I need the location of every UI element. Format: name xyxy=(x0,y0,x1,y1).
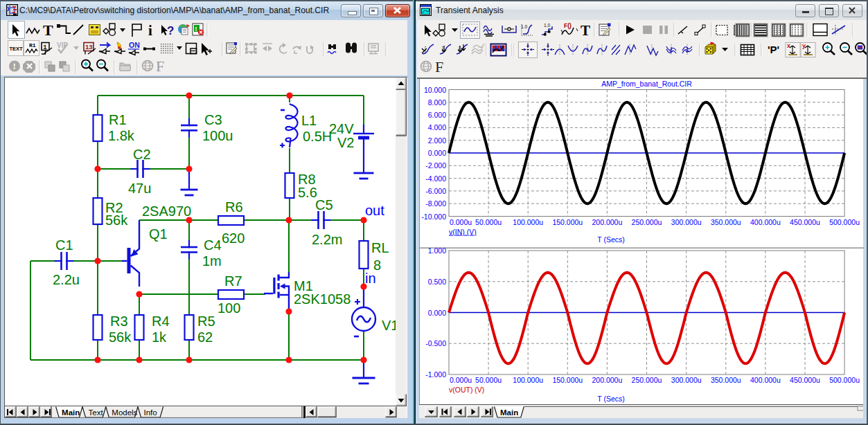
svg-text:200.000u: 200.000u xyxy=(592,218,623,226)
svg-text:2.2m: 2.2m xyxy=(312,232,342,247)
svg-text:56k: 56k xyxy=(109,329,132,345)
svg-text:AMP_from_banat_Rout.CIR: AMP_from_banat_Rout.CIR xyxy=(601,80,692,88)
svg-text:!: ! xyxy=(13,61,16,71)
svg-text:100: 100 xyxy=(218,300,240,316)
svg-text:0.5H: 0.5H xyxy=(303,129,332,144)
svg-text:400.000u: 400.000u xyxy=(750,218,781,226)
svg-text:350.000u: 350.000u xyxy=(711,218,741,226)
svg-text:50.000u: 50.000u xyxy=(475,376,502,384)
svg-text:i: i xyxy=(148,22,152,39)
svg-text:v(IN) (V): v(IN) (V) xyxy=(449,228,477,236)
svg-text:2SA970: 2SA970 xyxy=(142,204,191,219)
svg-text:62: 62 xyxy=(197,329,213,345)
svg-text:v(OUT) (V): v(OUT) (V) xyxy=(449,386,484,394)
svg-text:C3: C3 xyxy=(204,112,222,127)
svg-text:150.000u: 150.000u xyxy=(552,218,583,226)
svg-text:5.6: 5.6 xyxy=(298,185,317,200)
svg-text:500.000u: 500.000u xyxy=(829,218,860,226)
svg-text:24V: 24V xyxy=(329,121,354,136)
svg-text:1: 1 xyxy=(44,44,47,51)
svg-text:out: out xyxy=(365,203,384,218)
svg-text:2.000: 2.000 xyxy=(428,136,446,145)
svg-text:Q1: Q1 xyxy=(149,226,168,242)
svg-text:300.000u: 300.000u xyxy=(671,376,702,384)
svg-text:L1: L1 xyxy=(301,113,317,128)
svg-text:2SK1058: 2SK1058 xyxy=(294,291,351,307)
svg-text:?: ? xyxy=(167,24,174,37)
svg-text:TEXT: TEXT xyxy=(10,46,24,52)
svg-text:RL: RL xyxy=(371,240,389,255)
svg-text:T (Secs): T (Secs) xyxy=(597,395,624,403)
svg-text:1.0: 1.0 xyxy=(544,23,550,28)
svg-text:8.000: 8.000 xyxy=(428,98,446,107)
svg-text:13: 13 xyxy=(85,43,93,51)
svg-text:R1: R1 xyxy=(29,42,36,48)
svg-text:Info: Info xyxy=(144,408,157,417)
svg-text:F: F xyxy=(435,59,443,75)
svg-text:10.000: 10.000 xyxy=(424,86,446,94)
svg-text:C4: C4 xyxy=(204,237,222,253)
svg-text:-6.000: -6.000 xyxy=(425,187,446,195)
svg-text:T: T xyxy=(581,22,590,39)
svg-text:350.000u: 350.000u xyxy=(711,376,741,384)
svg-text:0.000u: 0.000u xyxy=(450,376,472,384)
svg-text:-8.000: -8.000 xyxy=(425,199,446,208)
svg-text:0.500: 0.500 xyxy=(428,278,446,286)
svg-text:100.000u: 100.000u xyxy=(513,376,543,384)
svg-text:400.000u: 400.000u xyxy=(750,376,781,384)
svg-text:R3: R3 xyxy=(110,314,128,329)
svg-text:y: y xyxy=(802,42,806,49)
svg-text:R4: R4 xyxy=(152,314,170,329)
svg-text:2.2u: 2.2u xyxy=(53,272,80,287)
svg-text:Main: Main xyxy=(62,408,80,417)
svg-text:C1: C1 xyxy=(55,237,73,253)
svg-text:6.000: 6.000 xyxy=(428,111,446,119)
svg-text:R7: R7 xyxy=(224,273,242,289)
svg-text:Text: Text xyxy=(89,408,104,417)
svg-text:-0.500: -0.500 xyxy=(425,339,446,347)
svg-text:R1: R1 xyxy=(109,112,127,127)
svg-text:450.000u: 450.000u xyxy=(790,218,820,226)
svg-text:250.000u: 250.000u xyxy=(632,218,662,226)
svg-text:250.000u: 250.000u xyxy=(632,376,662,384)
svg-text:-10.000: -10.000 xyxy=(421,212,446,221)
svg-text:100u: 100u xyxy=(202,128,233,143)
svg-text:C5: C5 xyxy=(315,197,333,212)
svg-text:100.000u: 100.000u xyxy=(513,218,543,226)
svg-text:300.000u: 300.000u xyxy=(671,218,702,226)
svg-text:500.000u: 500.000u xyxy=(829,376,860,384)
svg-text:450.000u: 450.000u xyxy=(790,376,820,384)
svg-text:C2: C2 xyxy=(133,147,151,162)
svg-text:-4.000: -4.000 xyxy=(425,174,446,183)
svg-text:150.000u: 150.000u xyxy=(552,376,583,384)
svg-text:F: F xyxy=(156,57,164,75)
svg-text:Main: Main xyxy=(500,408,518,417)
svg-text:-2.000: -2.000 xyxy=(425,161,446,170)
svg-text:1.000: 1.000 xyxy=(428,246,446,255)
svg-text:1m: 1m xyxy=(202,253,222,269)
svg-text:4.000: 4.000 xyxy=(428,123,446,132)
svg-text:1.8k: 1.8k xyxy=(108,128,135,143)
svg-text:-1.000: -1.000 xyxy=(425,370,446,379)
svg-text:T: T xyxy=(43,21,53,39)
svg-text:in: in xyxy=(365,271,376,286)
svg-text:56k: 56k xyxy=(105,212,128,228)
svg-text:!: ! xyxy=(195,26,197,33)
svg-text:0.000: 0.000 xyxy=(428,149,446,157)
svg-text:R5: R5 xyxy=(197,314,215,329)
svg-text:1k: 1k xyxy=(152,329,167,345)
svg-text:R6: R6 xyxy=(225,199,243,215)
svg-text:50.000u: 50.000u xyxy=(475,218,502,226)
svg-text:ON: ON xyxy=(129,41,140,49)
svg-text:F(): F() xyxy=(564,22,572,29)
svg-text:V2: V2 xyxy=(337,135,354,150)
svg-text:Models: Models xyxy=(112,408,137,417)
svg-text:V1: V1 xyxy=(382,318,396,333)
svg-text:x: x xyxy=(787,42,790,49)
svg-text:620: 620 xyxy=(222,230,245,246)
svg-text:'P': 'P' xyxy=(768,44,779,55)
svg-text:200.000u: 200.000u xyxy=(592,376,623,384)
svg-text:0.000: 0.000 xyxy=(428,309,446,317)
svg-text:T (Secs): T (Secs) xyxy=(597,235,624,244)
svg-text:47u: 47u xyxy=(128,181,151,196)
